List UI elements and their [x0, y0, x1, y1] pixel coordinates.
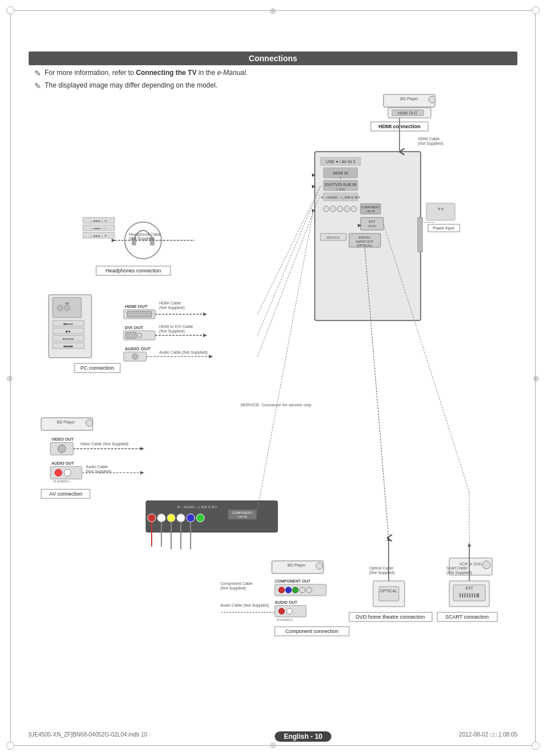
svg-text:EXT: EXT [369, 220, 375, 223]
svg-marker-81 [203, 312, 207, 316]
svg-point-103 [58, 445, 66, 453]
center-mark-right: ⊕ [533, 374, 540, 383]
svg-text:—●●●— ✕: —●●●— ✕ [90, 219, 107, 223]
svg-text:R ~ AUDIO ~ L      R/B      G : R ~ AUDIO ~ L R/B G B/Y [177, 505, 217, 509]
svg-text:VIDEO OUT: VIDEO OUT [52, 437, 74, 441]
svg-text:DIGITAL: DIGITAL [359, 236, 371, 239]
svg-text:(Not Supplied): (Not Supplied) [159, 306, 185, 310]
svg-text:SCART connection: SCART connection [445, 614, 489, 620]
svg-text:COMPONENT: COMPONENT [361, 205, 380, 209]
svg-point-11 [323, 206, 329, 212]
svg-point-120 [148, 514, 156, 522]
svg-point-36 [429, 96, 436, 103]
svg-point-143 [299, 587, 305, 593]
svg-text:R ~ AUDIO ~ L   R/B   G   B/Y: R ~ AUDIO ~ L R/B G B/Y [321, 196, 360, 199]
svg-marker-95 [209, 355, 213, 358]
svg-text:HDMI OUT: HDMI OUT [125, 304, 148, 309]
svg-text:HDMI to DVI Cable: HDMI to DVI Cable [159, 324, 193, 328]
svg-text:AV connection: AV connection [49, 491, 82, 497]
svg-text:(Not Supplied): (Not Supplied) [86, 469, 112, 474]
svg-text:●●●●●●: ●●●●●● [62, 337, 74, 341]
svg-text:R-AUDIO-L: R-AUDIO-L [277, 618, 293, 622]
svg-text:(Not Supplied): (Not Supplied) [446, 571, 472, 575]
info-bullet-2: ✎ The displayed image may differ dependi… [34, 81, 248, 90]
svg-point-171 [482, 561, 490, 569]
svg-point-124 [187, 514, 195, 522]
svg-text:■■■■■: ■■■■■ [64, 345, 73, 348]
svg-line-182 [258, 186, 321, 314]
pencil-icon-1: ✎ [34, 69, 41, 78]
svg-point-144 [306, 587, 312, 593]
svg-point-100 [86, 419, 93, 426]
svg-rect-84 [126, 333, 136, 338]
svg-text:(Not Supplied): (Not Supplied) [418, 141, 444, 146]
svg-text:(Not Supplied): (Not Supplied) [129, 236, 155, 241]
svg-text:(RGB): (RGB) [368, 224, 377, 228]
svg-point-122 [167, 514, 175, 522]
svg-text:HDMI Cable: HDMI Cable [418, 137, 440, 141]
svg-text:—●●●— ○: —●●●— ○ [90, 227, 107, 230]
svg-text:AUDIO OUT: AUDIO OUT [275, 600, 298, 604]
svg-text:Component connection: Component connection [286, 628, 339, 634]
svg-text:DVI OUT: DVI OUT [125, 325, 144, 330]
svg-point-150 [287, 608, 292, 614]
svg-text:AUDIO OUT: AUDIO OUT [125, 346, 151, 351]
corner-bl [6, 742, 14, 750]
svg-text:SERVICE: SERVICE [326, 236, 340, 239]
svg-text:Scart Cable: Scart Cable [446, 566, 468, 570]
svg-rect-28 [418, 217, 422, 252]
svg-text:PC connection: PC connection [81, 365, 114, 371]
svg-marker-106 [140, 447, 144, 450]
svg-text:HDMI IN: HDMI IN [333, 171, 349, 175]
svg-text:Audio Cable (Not Supplied): Audio Cable (Not Supplied) [159, 350, 208, 355]
svg-text:USB ✦ / AV IN 3: USB ✦ / AV IN 3 [326, 160, 355, 164]
svg-rect-31 [424, 222, 435, 223]
svg-text:▐▐▐▐▐▐▐▐▌: ▐▐▐▐▐▐▐▐▌ [458, 593, 480, 597]
svg-point-109 [55, 469, 62, 476]
svg-point-141 [286, 587, 291, 593]
svg-point-66 [64, 305, 70, 311]
svg-text:(Not Supplied): (Not Supplied) [369, 571, 395, 575]
svg-text:(Not Supplied): (Not Supplied) [220, 586, 246, 591]
svg-text:Optical Cable: Optical Cable [369, 566, 393, 571]
svg-point-13 [337, 206, 343, 212]
svg-text:■■●●●: ■■●●● [64, 322, 73, 326]
svg-line-183 [258, 186, 321, 335]
title-text: Connections [249, 54, 298, 63]
svg-text:COMPONENT: COMPONENT [232, 511, 252, 514]
svg-point-142 [292, 587, 298, 593]
svg-text:Video Cable (Not Supplied): Video Cable (Not Supplied) [80, 442, 129, 446]
svg-text:o  o: o o [438, 207, 444, 211]
svg-text:DVD home theatre connection: DVD home theatre connection [356, 614, 425, 620]
svg-text:HDMI OUT: HDMI OUT [398, 111, 418, 115]
center-mark-top: ⊕ [270, 6, 276, 15]
svg-line-185 [256, 209, 314, 518]
section-title: Connections [29, 52, 517, 65]
svg-text:HDMI Cable: HDMI Cable [159, 301, 181, 305]
svg-text:R-AUDIO-L: R-AUDIO-L [54, 480, 70, 483]
footer-left: [UE4500-XN_ZF]BN68-04052G-02L04.indb 10 [29, 731, 147, 742]
svg-text:EXT: EXT [465, 586, 473, 590]
center-mark-bottom: ⊕ [270, 741, 276, 750]
svg-text:/ AV IN: / AV IN [238, 515, 247, 518]
corner-tr [532, 6, 540, 14]
svg-rect-29 [426, 203, 455, 220]
svg-text:COMPONENT OUT: COMPONENT OUT [275, 579, 311, 583]
svg-text:VCR or DVD: VCR or DVD [459, 562, 482, 566]
info-bullets: ✎ For more information, refer to Connect… [34, 69, 248, 94]
corner-br [532, 742, 540, 750]
svg-text:—●●●— ✕: —●●●— ✕ [90, 234, 107, 238]
svg-marker-89 [203, 334, 207, 337]
center-mark-left: ⊕ [6, 374, 13, 383]
svg-text:/ AV IN: / AV IN [366, 209, 375, 213]
svg-text:AUDIO OUT: AUDIO OUT [52, 461, 74, 465]
svg-text:1 DVI: 1 DVI [336, 188, 345, 191]
svg-text:BD Player: BD Player [287, 563, 306, 568]
svg-point-12 [330, 206, 336, 212]
svg-text:▶■: ▶■ [66, 330, 70, 333]
svg-point-15 [351, 206, 357, 212]
pencil-icon-2: ✎ [34, 81, 41, 90]
svg-point-110 [64, 469, 71, 476]
svg-text:BD Player: BD Player [400, 97, 418, 101]
svg-text:AUDIO OUT: AUDIO OUT [356, 240, 374, 243]
